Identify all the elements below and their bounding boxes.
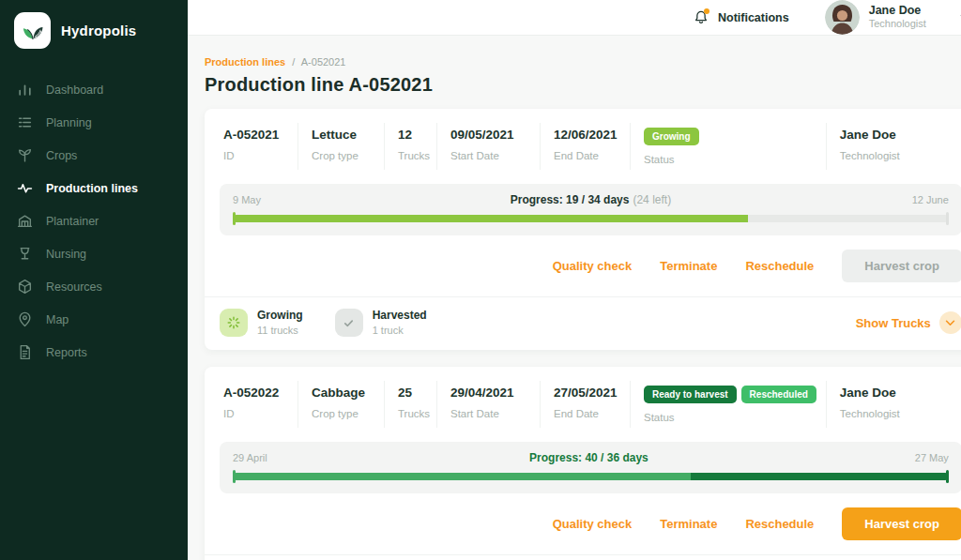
field-crop-type: Lettuce Crop type [298,123,385,170]
sprout-logo-icon [21,19,45,43]
quality-check-link[interactable]: Quality check [553,517,633,531]
card-header-row: A-052021 ID Lettuce Crop type 12 Trucks … [205,109,961,182]
sidebar-item-label: Nursing [46,248,86,261]
logo-tile [14,12,51,49]
card-header-row: A-052022 ID Cabbage Crop type 25 Trucks … [205,367,961,440]
user-role: Technologist [869,18,926,31]
nursery-stand-icon [17,246,33,262]
field-value: 27/05/2021 [554,386,620,400]
field-value: Jane Doe [840,386,953,400]
truck-status-row: Growing 11 trucks Harvested 1 truck Show… [205,296,961,350]
field-end-date: 27/05/2021 End Date [541,381,631,428]
sidebar-item-label: Reports [46,346,87,359]
breadcrumb-parent-link[interactable]: Production lines [205,56,285,68]
sprout-icon [17,147,33,163]
main-area: Notifications Jane Doe Technologist Pr [188,0,961,560]
notification-dot [704,8,709,14]
field-label: ID [223,408,288,419]
field-label: End Date [554,408,620,419]
harvest-crop-button[interactable]: Harvest crop [842,507,961,540]
chip-count: 1 truck [373,324,427,337]
sidebar-item-reports[interactable]: Reports [0,336,188,369]
bar-start-tick [233,212,236,225]
avatar [825,0,860,35]
content: Production lines / A-052021 Production l… [188,36,961,560]
terminate-link[interactable]: Terminate [660,259,717,273]
sidebar-item-resources[interactable]: Resources [0,270,188,303]
sidebar-item-dashboard[interactable]: Dashboard [0,73,188,106]
reschedule-link[interactable]: Reschedule [745,259,814,273]
progress-note: (24 left) [633,193,671,206]
sidebar-item-production-lines[interactable]: Production lines [0,172,188,204]
progress-fill [233,215,748,222]
field-crop-type: Cabbage Crop type [298,381,385,428]
terminate-link[interactable]: Terminate [660,517,717,531]
notifications-label: Notifications [718,11,789,24]
sidebar-item-crops[interactable]: Crops [0,139,188,172]
field-label: End Date [554,150,620,161]
card-actions: Quality check Terminate Reschedule Harve… [205,493,961,554]
field-label: ID [223,150,288,161]
notifications-button[interactable]: Notifications [693,8,789,26]
user-name: Jane Doe [869,4,926,19]
field-value: 29/04/2021 [450,386,530,400]
progress-overrun-fill [691,473,949,480]
field-end-date: 12/06/2021 End Date [541,123,631,170]
timeline-start-date: 29 April [233,452,345,463]
field-label: Crop type [312,150,374,161]
field-label: Start Date [450,408,530,419]
sidebar-item-map[interactable]: Map [0,303,188,336]
field-label: Start Date [450,150,530,161]
quality-check-link[interactable]: Quality check [553,259,633,273]
progress-bar [233,215,949,222]
bell-icon [693,8,709,26]
field-label: Trucks [398,150,427,161]
progress-text: Progress: 40 / 36 days [345,451,836,464]
field-value: 12 [398,128,427,142]
field-label: Status [644,154,816,165]
sidebar-item-label: Crops [46,149,77,162]
field-value: A-052022 [223,386,288,400]
cube-icon [17,279,33,295]
progress-fill [233,473,691,480]
field-label: Trucks [398,408,427,419]
sidebar-item-planning[interactable]: Planning [0,106,188,139]
user-menu[interactable]: Jane Doe Technologist [825,0,961,35]
sidebar-nav: Dashboard Planning Crops Production line… [0,73,188,369]
progress-bar [233,473,949,480]
sidebar-item-label: Production lines [46,182,138,195]
brand-logo: Hydropolis [0,0,188,49]
chip-label: Harvested [373,309,427,324]
bar-end-tick [946,212,949,225]
field-label: Status [644,412,816,423]
field-id: A-052022 ID [220,381,298,428]
field-label: Technologist [840,408,953,419]
bar-chart-icon [17,82,33,98]
list-icon [17,114,33,130]
production-line-card-a052021: A-052021 ID Lettuce Crop type 12 Trucks … [205,109,961,350]
growing-burst-icon [220,309,248,337]
progress-strip: 9 May Progress: 19 / 34 days(24 left) 12… [220,184,961,235]
truck-status-row: Ready 19 trucks Rescheduled 2 trucks [205,554,961,560]
timeline-end-date: 27 May [836,452,949,463]
check-icon [335,309,363,337]
harvest-crop-button[interactable]: Harvest crop [842,250,961,282]
toggle-label: Show Trucks [856,316,931,330]
progress-text: Progress: 19 / 34 days(24 left) [345,193,836,206]
card-actions: Quality check Terminate Reschedule Harve… [205,235,961,296]
sidebar-item-label: Map [46,313,69,326]
chevron-down-icon [939,311,961,334]
field-label: Technologist [840,150,953,161]
field-value: 12/06/2021 [554,128,620,142]
breadcrumb-current: A-052021 [301,56,346,68]
reschedule-link[interactable]: Reschedule [745,517,814,531]
chip-label: Growing [257,309,303,324]
show-trucks-toggle[interactable]: Show Trucks [856,311,961,334]
sidebar-item-plantainer[interactable]: Plantainer [0,204,188,237]
field-status: Ready to harvest Rescheduled Status [631,381,827,428]
bar-start-tick [233,470,236,483]
topbar: Notifications Jane Doe Technologist [188,0,961,36]
sidebar-item-nursing[interactable]: Nursing [0,237,188,270]
timeline-start-date: 9 May [233,194,345,205]
field-value: Lettuce [312,128,374,142]
